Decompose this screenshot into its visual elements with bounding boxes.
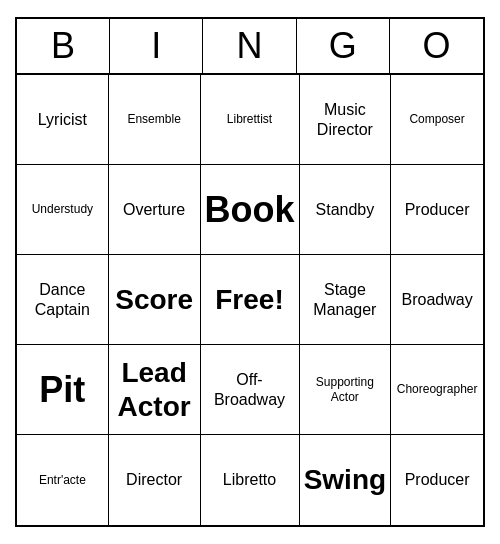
cell-text: Choreographer	[397, 382, 478, 396]
cell-text: Producer	[405, 200, 470, 219]
cell-text: Ensemble	[127, 112, 180, 126]
bingo-grid: LyricistEnsembleLibrettistMusic Director…	[17, 75, 483, 525]
bingo-cell: Score	[109, 255, 201, 345]
header-letter: I	[110, 19, 203, 73]
bingo-cell: Librettist	[201, 75, 300, 165]
cell-text: Lyricist	[38, 110, 87, 129]
bingo-cell: Producer	[391, 165, 483, 255]
cell-text: Score	[115, 283, 193, 317]
cell-text: Libretto	[223, 470, 276, 489]
header-letter: N	[203, 19, 296, 73]
bingo-cell: Lead Actor	[109, 345, 201, 435]
cell-text: Understudy	[32, 202, 93, 216]
bingo-cell: Entr'acte	[17, 435, 109, 525]
bingo-cell: Producer	[391, 435, 483, 525]
bingo-cell: Free!	[201, 255, 300, 345]
bingo-header: BINGO	[17, 19, 483, 75]
bingo-cell: Overture	[109, 165, 201, 255]
header-letter: B	[17, 19, 110, 73]
cell-text: Librettist	[227, 112, 272, 126]
bingo-cell: Ensemble	[109, 75, 201, 165]
cell-text: Free!	[215, 283, 283, 317]
bingo-cell: Pit	[17, 345, 109, 435]
cell-text: Lead Actor	[113, 356, 196, 423]
cell-text: Standby	[316, 200, 375, 219]
cell-text: Composer	[409, 112, 464, 126]
cell-text: Supporting Actor	[304, 375, 387, 404]
bingo-cell: Book	[201, 165, 300, 255]
bingo-cell: Standby	[300, 165, 392, 255]
cell-text: Overture	[123, 200, 185, 219]
cell-text: Entr'acte	[39, 473, 86, 487]
bingo-cell: Composer	[391, 75, 483, 165]
header-letter: G	[297, 19, 390, 73]
cell-text: Producer	[405, 470, 470, 489]
cell-text: Swing	[304, 463, 386, 497]
cell-text: Broadway	[402, 290, 473, 309]
cell-text: Pit	[39, 368, 85, 411]
cell-text: Director	[126, 470, 182, 489]
bingo-cell: Director	[109, 435, 201, 525]
bingo-cell: Supporting Actor	[300, 345, 392, 435]
header-letter: O	[390, 19, 483, 73]
cell-text: Book	[205, 188, 295, 231]
bingo-cell: Stage Manager	[300, 255, 392, 345]
bingo-cell: Music Director	[300, 75, 392, 165]
bingo-cell: Libretto	[201, 435, 300, 525]
cell-text: Stage Manager	[304, 280, 387, 318]
bingo-cell: Understudy	[17, 165, 109, 255]
cell-text: Dance Captain	[21, 280, 104, 318]
bingo-cell: Choreographer	[391, 345, 483, 435]
cell-text: Music Director	[304, 100, 387, 138]
bingo-cell: Lyricist	[17, 75, 109, 165]
bingo-card: BINGO LyricistEnsembleLibrettistMusic Di…	[15, 17, 485, 527]
bingo-cell: Swing	[300, 435, 392, 525]
cell-text: Off-Broadway	[205, 370, 295, 408]
bingo-cell: Off-Broadway	[201, 345, 300, 435]
bingo-cell: Broadway	[391, 255, 483, 345]
bingo-cell: Dance Captain	[17, 255, 109, 345]
